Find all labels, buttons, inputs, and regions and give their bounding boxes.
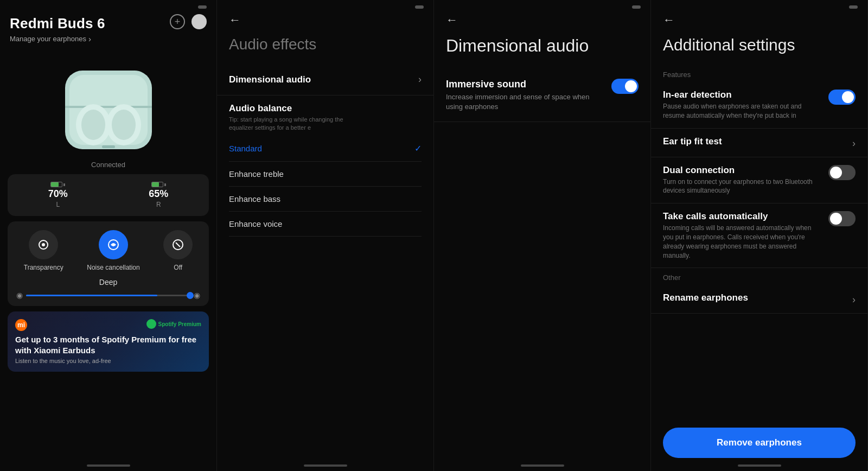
app-subtitle[interactable]: Manage your earphones [10,34,207,43]
bottom-indicator-3 [521,464,564,467]
take-calls-row: Take calls automatically Incoming calls … [663,211,856,260]
noise-cancellation-icon [106,238,120,252]
battery-left-side: L [56,201,60,208]
status-dot-3 [632,5,641,9]
audio-balance-tip: Tip: start playing a song while changing… [229,116,348,132]
status-dot-4 [849,5,858,9]
remove-earphones-button[interactable]: Remove earphones [663,428,856,458]
status-dot-1 [198,5,207,9]
bottom-indicator-2 [304,464,347,467]
spotify-banner[interactable]: mi Spotify Premium Get up to 3 months of… [8,311,209,372]
audio-balance-section: Audio balance Tip: start playing a song … [217,96,433,244]
anc-off-btn[interactable]: Off [163,230,193,271]
dual-connection-toggle[interactable] [828,165,856,180]
rename-earphones-item[interactable]: Rename earphones › [651,285,867,314]
balance-option-voice-label: Enhance voice [229,219,282,228]
take-calls-toggle[interactable] [828,211,856,226]
balance-option-bass[interactable]: Enhance bass [229,187,422,212]
banner-sub: Listen to the music you love, ad-free [15,358,201,364]
spotify-logo: Spotify Premium [146,319,201,329]
rename-earphones-chevron: › [852,294,856,305]
slider-min-icon: ◉ [16,291,23,300]
audio-effects-back-btn[interactable]: ← [217,0,433,33]
xiaomi-logo: mi [15,319,27,331]
slider-track [26,295,190,296]
take-calls-item: Take calls automatically Incoming calls … [651,203,867,268]
take-calls-toggle-thumb [830,213,842,225]
dimensional-audio-item[interactable]: Dimensional audio › [217,64,433,96]
additional-settings-back-btn[interactable]: ← [651,0,867,33]
other-section-label: Other [651,268,867,285]
svg-point-4 [81,110,105,140]
immersive-sound-sub: Increase immersion and sense of space wh… [446,92,598,112]
panel-dimensional-audio: ← Dimensional audio Immersive sound Incr… [434,0,651,471]
bottom-indicator-4 [738,464,781,467]
banner-title: Get up to 3 months of Spotify Premium fo… [15,334,201,355]
rename-earphones-row: Rename earphones › [663,292,856,305]
anc-transparency-btn[interactable]: Transparency [24,230,63,271]
audio-balance-left: Audio balance Tip: start playing a song … [229,103,348,132]
battery-left-fill [51,182,59,187]
balance-options-list: Standard ✓ Enhance treble Enhance bass E… [229,136,422,237]
in-ear-detection-item: In-ear detection Pause audio when earpho… [651,82,867,129]
in-ear-detection-label: In-ear detection [663,90,822,100]
balance-option-bass-label: Enhance bass [229,194,280,203]
dimensional-audio-row: Dimensional audio › [229,74,422,85]
dimensional-audio-chevron: › [418,74,422,85]
ear-tip-fit-item[interactable]: Ear tip fit test › [651,129,867,157]
balance-option-standard[interactable]: Standard ✓ [229,136,422,162]
battery-right-fill [152,182,159,187]
anc-transparency-circle [29,230,58,259]
anc-transparency-label: Transparency [24,264,63,271]
connection-status: Connected [0,161,216,169]
rename-earphones-left: Rename earphones [663,292,852,305]
dimensional-audio-page-title: Dimensional audio [434,33,650,69]
balance-option-standard-check: ✓ [414,143,422,154]
anc-buttons: Transparency Noise cancellation [12,230,205,271]
anc-nc-label: Noise cancellation [87,264,139,271]
earphone-image [0,49,216,161]
take-calls-sub: Incoming calls will be answered automati… [663,224,822,260]
immersive-sound-toggle[interactable] [611,79,639,94]
ear-tip-fit-chevron: › [852,138,856,149]
additional-settings-title: Additional settings [651,33,867,65]
in-ear-toggle-thumb [842,91,854,103]
dual-connection-row: Dual connection Turn on to connect your … [663,165,856,196]
avatar[interactable] [192,14,207,29]
in-ear-detection-sub: Pause audio when earphones are taken out… [663,102,822,120]
svg-rect-7 [102,145,115,148]
rename-earphones-label: Rename earphones [663,292,846,303]
panel-main: Redmi Buds 6 Manage your earphones + Con… [0,0,217,471]
dual-connection-item: Dual connection Turn on to connect your … [651,157,867,204]
dimensional-audio-back-btn[interactable]: ← [434,0,650,33]
balance-option-standard-label: Standard [229,144,262,153]
battery-row: 70% L 65% R [8,174,209,216]
ear-tip-fit-left: Ear tip fit test [663,136,852,149]
spotify-circle [146,319,156,329]
battery-right-body [151,182,163,187]
take-calls-label: Take calls automatically [663,211,822,222]
balance-option-treble[interactable]: Enhance treble [229,162,422,187]
depth-slider[interactable]: ◉ ◉ [12,291,205,300]
spacer [651,314,867,428]
battery-left: 70% L [8,182,108,208]
transparency-icon [36,238,50,252]
slider-max-icon: ◉ [194,291,200,300]
dimensional-audio-label: Dimensional audio [229,74,311,85]
depth-label: Deep [99,278,117,287]
depth-row: Deep ◉ ◉ [12,278,205,300]
in-ear-detection-row: In-ear detection Pause audio when earpho… [663,90,856,120]
anc-nc-btn[interactable]: Noise cancellation [87,230,139,271]
balance-option-voice[interactable]: Enhance voice [229,212,422,237]
dual-connection-label: Dual connection [663,165,822,176]
audio-balance-label: Audio balance [229,103,348,114]
ear-tip-fit-label: Ear tip fit test [663,136,846,147]
battery-right-side: R [156,201,161,208]
battery-right: 65% R [108,182,209,208]
dual-connection-sub: Turn on to connect your earphones to two… [663,177,822,196]
in-ear-detection-toggle[interactable] [828,90,856,105]
slider-thumb [187,292,194,299]
svg-line-12 [176,243,180,247]
add-button[interactable]: + [170,14,185,29]
audio-balance-header: Audio balance Tip: start playing a song … [229,103,422,132]
